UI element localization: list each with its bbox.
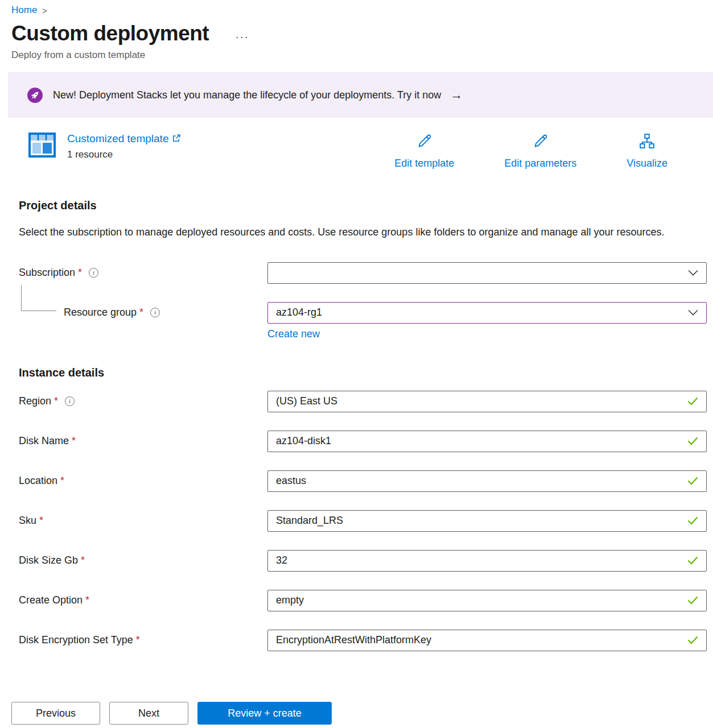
sku-label-cell: Sku * xyxy=(19,515,267,527)
disk-size-input[interactable]: 32 xyxy=(267,550,707,572)
location-label: Location xyxy=(19,475,57,487)
valid-check-icon xyxy=(687,477,698,485)
indent-connector xyxy=(21,285,56,311)
visualize-label: Visualize xyxy=(627,158,667,169)
valid-check-icon xyxy=(687,516,698,525)
edit-parameters-label: Edit parameters xyxy=(504,158,576,169)
create-option-label: Create Option xyxy=(19,594,83,606)
disk-size-row: Disk Size Gb * 32 xyxy=(19,550,707,572)
required-marker: * xyxy=(136,634,140,646)
required-marker: * xyxy=(78,267,82,279)
template-icon xyxy=(28,133,56,160)
breadcrumb-home-link[interactable]: Home xyxy=(11,5,37,16)
customized-template-link[interactable]: Customized template xyxy=(67,133,180,145)
title-row: Custom deployment ··· xyxy=(11,22,713,46)
sku-label: Sku xyxy=(19,515,36,527)
location-row: Location * eastus xyxy=(19,470,707,492)
disk-encryption-set-type-label-cell: Disk Encryption Set Type * xyxy=(19,634,267,646)
disk-encryption-set-type-label: Disk Encryption Set Type xyxy=(19,634,133,646)
region-label-cell: Region * i xyxy=(19,395,267,407)
pencil-icon xyxy=(532,133,549,152)
breadcrumb: Home > xyxy=(11,5,713,16)
template-actions: Edit template Edit parameters xyxy=(394,133,667,169)
disk-encryption-set-type-row: Disk Encryption Set Type * EncryptionAtR… xyxy=(19,630,707,651)
subscription-row: Subscription * i xyxy=(19,262,707,284)
required-marker: * xyxy=(54,395,58,407)
disk-encryption-set-type-input[interactable]: EncryptionAtRestWithPlatformKey xyxy=(267,630,707,651)
create-option-row: Create Option * empty xyxy=(19,590,707,611)
subscription-select[interactable] xyxy=(267,262,707,284)
create-new-row: Create new xyxy=(267,328,707,340)
sku-input[interactable]: Standard_LRS xyxy=(267,510,707,532)
subscription-label-cell: Subscription * i xyxy=(19,267,267,279)
disk-size-value: 32 xyxy=(276,555,287,566)
project-details-heading: Project details xyxy=(19,199,707,212)
create-option-label-cell: Create Option * xyxy=(19,594,267,606)
required-marker: * xyxy=(139,307,143,318)
create-new-link[interactable]: Create new xyxy=(267,328,320,340)
required-marker: * xyxy=(85,594,89,606)
info-icon[interactable]: i xyxy=(65,396,75,406)
resource-group-label: Resource group xyxy=(64,307,137,318)
required-marker: * xyxy=(60,475,64,487)
next-button[interactable]: Next xyxy=(109,702,188,725)
banner-text: New! Deployment Stacks let you manage th… xyxy=(53,89,441,101)
deployment-stacks-banner[interactable]: New! Deployment Stacks let you manage th… xyxy=(8,72,713,118)
disk-name-label-cell: Disk Name * xyxy=(19,435,267,447)
template-summary: Customized template 1 resource xyxy=(28,133,667,169)
previous-button[interactable]: Previous xyxy=(11,702,100,725)
rocket-icon xyxy=(27,88,43,103)
project-details-description: Select the subscription to manage deploy… xyxy=(19,224,673,242)
create-option-input[interactable]: empty xyxy=(267,590,707,611)
required-marker: * xyxy=(81,555,85,566)
edit-template-label: Edit template xyxy=(394,158,454,169)
disk-name-input[interactable]: az104-disk1 xyxy=(267,431,707,452)
chevron-down-icon xyxy=(688,309,698,316)
resource-group-value: az104-rg1 xyxy=(276,307,322,318)
chevron-down-icon xyxy=(688,270,698,276)
resource-group-select[interactable]: az104-rg1 xyxy=(267,302,707,324)
page-title: Custom deployment xyxy=(11,22,209,46)
hierarchy-icon xyxy=(638,133,656,152)
page-subtitle: Deploy from a custom template xyxy=(11,49,713,61)
disk-encryption-set-type-value: EncryptionAtRestWithPlatformKey xyxy=(276,634,431,646)
create-option-value: empty xyxy=(276,594,304,606)
template-resource-count: 1 resource xyxy=(67,149,180,160)
more-options-button[interactable]: ··· xyxy=(235,30,249,43)
valid-check-icon xyxy=(687,437,698,445)
disk-name-value: az104-disk1 xyxy=(276,435,331,447)
instance-details-heading: Instance details xyxy=(19,366,707,379)
wizard-footer: Previous Next Review + create xyxy=(0,687,713,728)
info-icon[interactable]: i xyxy=(89,268,98,278)
external-link-icon xyxy=(172,133,180,145)
breadcrumb-separator: > xyxy=(42,6,47,15)
valid-check-icon xyxy=(687,596,698,605)
required-marker: * xyxy=(72,435,76,447)
location-label-cell: Location * xyxy=(19,475,267,487)
disk-name-label: Disk Name xyxy=(19,435,69,447)
pencil-icon xyxy=(416,133,433,152)
region-row: Region * i (US) East US xyxy=(19,391,707,412)
region-value: (US) East US xyxy=(276,395,337,407)
arrow-right-icon[interactable]: → xyxy=(450,88,463,102)
form-content: Project details Select the subscription … xyxy=(19,199,707,651)
edit-parameters-button[interactable]: Edit parameters xyxy=(504,133,576,169)
review-create-button[interactable]: Review + create xyxy=(197,702,332,725)
edit-template-button[interactable]: Edit template xyxy=(394,133,454,169)
valid-check-icon xyxy=(687,636,698,644)
disk-size-label: Disk Size Gb xyxy=(19,555,78,566)
required-marker: * xyxy=(39,515,43,527)
sku-row: Sku * Standard_LRS xyxy=(19,510,707,532)
region-label: Region xyxy=(19,395,51,407)
subscription-label: Subscription xyxy=(19,267,75,279)
location-input[interactable]: eastus xyxy=(267,470,707,492)
visualize-button[interactable]: Visualize xyxy=(627,133,667,169)
info-icon[interactable]: i xyxy=(150,308,160,317)
region-input[interactable]: (US) East US xyxy=(267,391,707,412)
valid-check-icon xyxy=(687,556,698,565)
template-name: Customized template xyxy=(67,133,168,145)
disk-size-label-cell: Disk Size Gb * xyxy=(19,555,267,566)
template-info: Customized template 1 resource xyxy=(28,133,180,160)
custom-deployment-page: Home > Custom deployment ··· Deploy from… xyxy=(0,0,713,651)
sku-value: Standard_LRS xyxy=(276,515,343,527)
